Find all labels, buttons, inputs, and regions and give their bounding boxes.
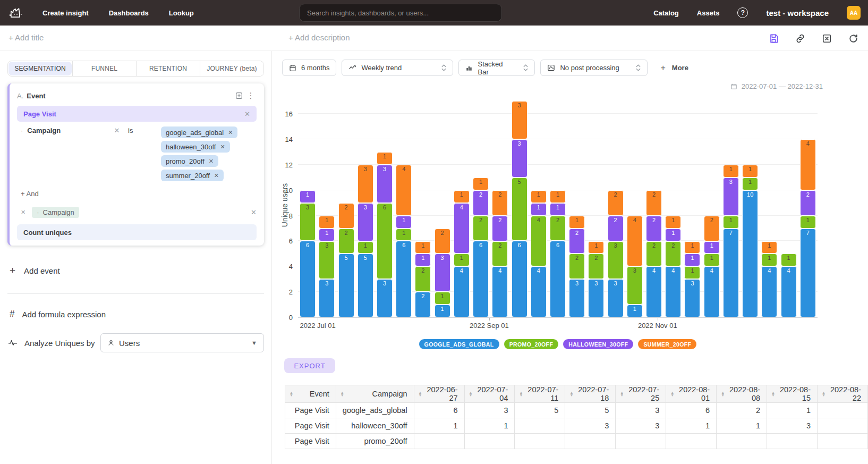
bar-segment-promo_20off[interactable]: 1 bbox=[742, 178, 758, 190]
bar-segment-promo_20off[interactable]: 2 bbox=[588, 254, 604, 279]
bar-segment-summer_20off[interactable]: 1 bbox=[761, 241, 777, 254]
bar-segment-google_ads_global[interactable]: 4 bbox=[704, 266, 720, 317]
bar-segment-google_ads_global[interactable]: 6 bbox=[473, 241, 489, 317]
bar-segment-halloween_30off[interactable]: 1 bbox=[396, 216, 412, 229]
bar-segment-summer_20off[interactable]: 2 bbox=[338, 203, 354, 229]
bar-segment-promo_20off[interactable]: 1 bbox=[396, 229, 412, 241]
bar-segment-google_ads_global[interactable]: 6 bbox=[396, 241, 412, 317]
refresh-icon[interactable] bbox=[846, 31, 861, 46]
bar-segment-promo_20off[interactable]: 1 bbox=[684, 266, 700, 279]
event-menu-icon[interactable]: ⋮ bbox=[245, 90, 257, 102]
add-description-field[interactable]: + Add description bbox=[288, 33, 350, 42]
sort-icon[interactable]: ▲▼ bbox=[721, 392, 725, 396]
bar-segment-halloween_30off[interactable]: 3 bbox=[435, 254, 450, 292]
bar-segment-promo_20off[interactable]: 4 bbox=[531, 216, 547, 267]
bar-segment-summer_20off[interactable]: 4 bbox=[396, 165, 412, 216]
duplicate-event-icon[interactable] bbox=[233, 90, 245, 102]
bar-segment-summer_20off[interactable]: 1 bbox=[473, 178, 489, 190]
app-logo-icon[interactable] bbox=[6, 4, 24, 22]
bar-segment-summer_20off[interactable]: 1 bbox=[377, 152, 393, 165]
add-event-button[interactable]: + Add event bbox=[10, 265, 60, 276]
aggregation-selector[interactable]: Count uniques bbox=[17, 224, 257, 240]
bar-segment-halloween_30off[interactable]: 1 bbox=[550, 203, 566, 216]
bar-segment-summer_20off[interactable]: 1 bbox=[588, 241, 604, 254]
bar-segment-google_ads_global[interactable]: 4 bbox=[781, 266, 797, 317]
bar-segment-halloween_30off[interactable]: 1 bbox=[665, 229, 681, 241]
column-header[interactable]: ▲▼Campaign bbox=[336, 385, 414, 403]
bar-segment-summer_20off[interactable]: 1 bbox=[665, 216, 681, 229]
bar-segment-google_ads_global[interactable]: 5 bbox=[358, 254, 373, 317]
filter-property[interactable]: ·Campaign bbox=[21, 126, 110, 134]
bar-segment-promo_20off[interactable]: 6 bbox=[377, 203, 393, 280]
add-title-field[interactable]: + Add title bbox=[8, 33, 44, 42]
column-header[interactable]: ▲▼2022-08-22 bbox=[817, 385, 867, 403]
copy-link-icon[interactable] bbox=[793, 31, 807, 46]
breakdown-chip[interactable]: ·Campaign bbox=[32, 207, 79, 218]
help-icon[interactable]: ? bbox=[737, 7, 748, 18]
bar-segment-promo_20off[interactable]: 3 bbox=[608, 241, 624, 280]
remove-event-icon[interactable]: ✕ bbox=[244, 110, 250, 118]
column-header[interactable]: ▲▼Event bbox=[285, 385, 336, 403]
clear-breakdown-icon[interactable]: ✕ bbox=[251, 208, 257, 216]
bar-segment-summer_20off[interactable]: 4 bbox=[627, 216, 643, 267]
close-icon[interactable] bbox=[819, 31, 834, 46]
remove-value-icon[interactable]: ✕ bbox=[228, 129, 233, 136]
event-name[interactable]: Page Visit bbox=[23, 110, 244, 118]
bar-segment-promo_20off[interactable]: 2 bbox=[492, 241, 508, 267]
column-header[interactable]: ▲▼2022-06-27 bbox=[414, 385, 464, 403]
bar-segment-google_ads_global[interactable]: 3 bbox=[588, 279, 604, 317]
column-header[interactable]: ▲▼2022-07-25 bbox=[616, 385, 666, 403]
bar-segment-summer_20off[interactable]: 1 bbox=[550, 190, 566, 203]
bar-segment-promo_20off[interactable]: 1 bbox=[454, 254, 470, 266]
bar-segment-promo_20off[interactable]: 1 bbox=[781, 254, 797, 266]
analyze-by-select[interactable]: Users ▼ bbox=[100, 333, 264, 352]
bar-segment-halloween_30off[interactable]: 2 bbox=[800, 190, 816, 216]
bar-segment-halloween_30off[interactable]: 2 bbox=[569, 229, 585, 254]
tab-journey[interactable]: JOURNEY (beta) bbox=[200, 61, 263, 76]
column-header[interactable]: ▲▼2022-07-18 bbox=[565, 385, 616, 403]
bar-segment-halloween_30off[interactable]: 1 bbox=[415, 254, 431, 266]
bar-segment-summer_20off[interactable]: 3 bbox=[512, 101, 527, 139]
bar-segment-promo_20off[interactable]: 3 bbox=[627, 266, 643, 305]
bar-segment-google_ads_global[interactable]: 1 bbox=[627, 305, 643, 317]
bar-segment-halloween_30off[interactable]: 1 bbox=[300, 190, 316, 203]
remove-filter-icon[interactable]: ✕ bbox=[110, 126, 124, 134]
bar-segment-google_ads_global[interactable]: 4 bbox=[492, 266, 508, 317]
legend-item-promo_20off[interactable]: PROMO_20OFF bbox=[504, 339, 559, 349]
bar-segment-google_ads_global[interactable]: 7 bbox=[800, 229, 816, 317]
filter-value-chip[interactable]: summer_20off✕ bbox=[161, 170, 224, 181]
bar-segment-summer_20off[interactable]: 2 bbox=[608, 190, 624, 216]
bar-segment-google_ads_global[interactable]: 6 bbox=[550, 241, 566, 317]
bar-segment-summer_20off[interactable]: 1 bbox=[454, 190, 470, 203]
bar-segment-summer_20off[interactable]: 2 bbox=[492, 190, 508, 216]
legend-item-halloween_30off[interactable]: HALLOWEEN_30OFF bbox=[563, 339, 633, 349]
bar-segment-summer_20off[interactable]: 3 bbox=[358, 165, 373, 203]
bar-segment-google_ads_global[interactable]: 3 bbox=[377, 279, 393, 317]
bar-segment-summer_20off[interactable]: 1 bbox=[569, 216, 585, 229]
bar-segment-halloween_30off[interactable]: 2 bbox=[473, 190, 489, 216]
bar-segment-google_ads_global[interactable]: 1 bbox=[435, 305, 450, 317]
sort-icon[interactable]: ▲▼ bbox=[670, 392, 674, 396]
add-formula-button[interactable]: # Add formula expression bbox=[10, 309, 106, 319]
sort-icon[interactable]: ▲▼ bbox=[290, 392, 293, 396]
bar-segment-summer_20off[interactable]: 2 bbox=[704, 216, 720, 241]
search-input[interactable] bbox=[299, 4, 502, 22]
filter-value-chip[interactable]: google_ads_global✕ bbox=[161, 126, 237, 138]
bar-segment-google_ads_global[interactable]: 4 bbox=[646, 266, 662, 317]
bar-segment-halloween_30off[interactable]: 1 bbox=[319, 229, 335, 241]
sort-icon[interactable]: ▲▼ bbox=[620, 392, 624, 396]
chart-type-select[interactable]: Stacked Bar bbox=[458, 60, 535, 76]
bar-segment-promo_20off[interactable]: 5 bbox=[512, 178, 527, 241]
bar-segment-promo_20off[interactable]: 2 bbox=[415, 266, 431, 292]
filter-operator[interactable]: is bbox=[128, 126, 161, 134]
bar-segment-google_ads_global[interactable]: 5 bbox=[338, 254, 354, 317]
bar-segment-google_ads_global[interactable]: 3 bbox=[608, 279, 624, 317]
column-header[interactable]: ▲▼2022-08-01 bbox=[666, 385, 717, 403]
remove-breakdown-icon[interactable]: ✕ bbox=[21, 209, 25, 216]
tab-funnel[interactable]: FUNNEL bbox=[72, 61, 137, 76]
bar-segment-halloween_30off[interactable]: 3 bbox=[723, 178, 739, 216]
bar-segment-halloween_30off[interactable]: 1 bbox=[684, 254, 700, 266]
avatar[interactable]: AA bbox=[847, 6, 861, 20]
bar-segment-promo_20off[interactable]: 1 bbox=[761, 254, 777, 266]
bar-segment-halloween_30off[interactable]: 2 bbox=[608, 216, 624, 241]
